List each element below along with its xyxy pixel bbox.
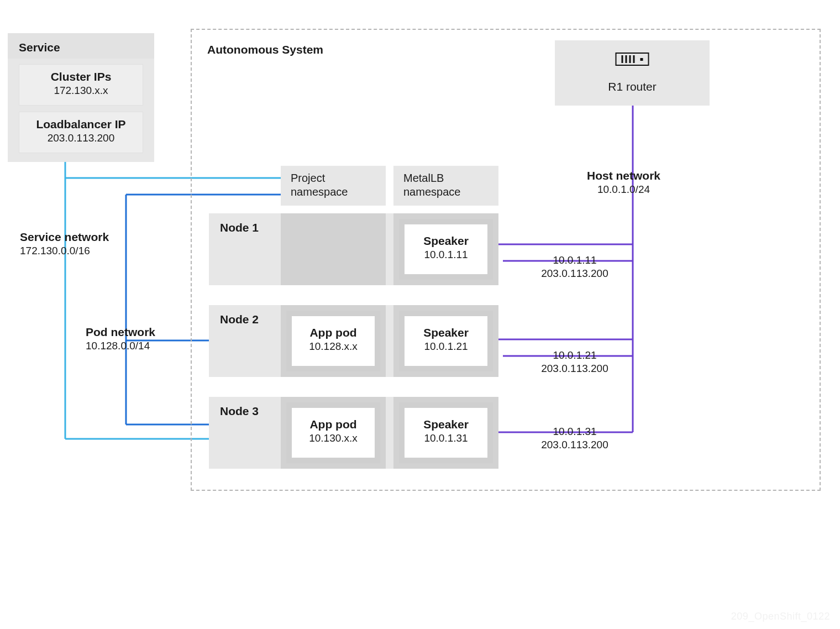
as-title: Autonomous System (207, 43, 323, 56)
node-1-row: Node 1 Speaker 10.0.1.11 (209, 213, 498, 285)
lb-ip-box: Loadbalancer IP 203.0.113.200 (19, 112, 143, 153)
cluster-ips-label: Cluster IPs (19, 70, 143, 83)
service-title: Service (8, 33, 154, 62)
node-2-app-pod: App pod 10.128.x.x (286, 311, 380, 371)
node-3-bgp: 10.0.1.31 203.0.113.200 (525, 424, 624, 451)
project-namespace-header: Project namespace (281, 166, 386, 206)
service-network-label: Service network 172.130.0.0/16 (20, 230, 109, 257)
node-3-label: Node 3 (209, 397, 270, 426)
lb-ip-label: Loadbalancer IP (19, 118, 143, 131)
lb-ip-value: 203.0.113.200 (19, 132, 143, 144)
node-2-label: Node 2 (209, 305, 270, 334)
cluster-ips-box: Cluster IPs 172.130.x.x (19, 64, 143, 106)
watermark: 209_OpenShift_0122 (731, 611, 830, 622)
host-network-label: Host network 10.0.1.0/24 (587, 169, 660, 196)
metallb-namespace-header: MetalLB namespace (393, 166, 498, 206)
node-3-row: Node 3 App pod 10.130.x.x Speaker 10.0.1… (209, 397, 498, 469)
service-panel: Service Cluster IPs 172.130.x.x Loadbala… (8, 33, 154, 162)
node-2-bgp: 10.0.1.21 203.0.113.200 (525, 348, 624, 375)
router-label: R1 router (555, 80, 710, 93)
node-1-label: Node 1 (209, 213, 270, 242)
node-1-project-slot (281, 213, 386, 285)
node-1-bgp: 10.0.1.11 203.0.113.200 (525, 253, 624, 280)
cluster-ips-value: 172.130.x.x (19, 85, 143, 97)
node-2-row: Node 2 App pod 10.128.x.x Speaker 10.0.1… (209, 305, 498, 377)
router-icon (616, 53, 649, 66)
node-3-speaker: Speaker 10.0.1.31 (399, 402, 493, 463)
node-1-speaker: Speaker 10.0.1.11 (399, 219, 493, 280)
node-2-speaker: Speaker 10.0.1.21 (399, 311, 493, 371)
router-panel: R1 router (555, 40, 710, 106)
pod-network-label: Pod network 10.128.0.0/14 (86, 326, 155, 352)
node-3-app-pod: App pod 10.130.x.x (286, 402, 380, 463)
